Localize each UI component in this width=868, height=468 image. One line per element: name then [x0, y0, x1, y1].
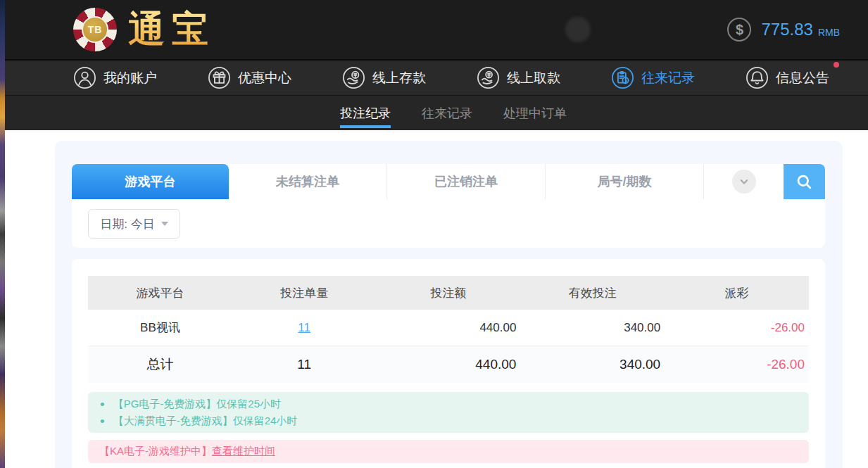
date-dropdown-label: 日期: 今日 — [100, 216, 154, 232]
background-image-sliver — [0, 0, 5, 468]
total-valid-bet: 340.00 — [520, 357, 665, 372]
user-account-area[interactable]: $ 775.83 RMB — [565, 17, 868, 42]
promo-notice-text: 【大满贯电子-免费游戏】仅保留24小时 — [113, 412, 298, 429]
promo-notice-text: 【PG电子-免费游戏】仅保留25小时 — [113, 396, 281, 412]
nav-label: 往来记录 — [641, 69, 695, 87]
table-total-row: 总计 11 440.00 340.00 -26.00 — [88, 346, 809, 383]
avatar — [565, 17, 591, 42]
nav-label: 我的账户 — [103, 69, 157, 87]
dollar-circle-icon: $ — [727, 18, 751, 42]
tab-transaction-records[interactable]: 往来记录 — [422, 96, 472, 130]
nav-label: 线上存款 — [372, 69, 426, 87]
nav-label: 信息公告 — [776, 69, 829, 87]
cell-payout: -26.00 — [665, 321, 809, 335]
col-header-bet-amount: 投注额 — [377, 285, 521, 301]
maintenance-notice-text: 【KA电子-游戏维护中】 — [99, 445, 212, 457]
chip-monogram: TB — [82, 16, 108, 43]
col-header-payout: 派彩 — [665, 285, 809, 301]
maintenance-notice-box: 【KA电子-游戏维护中】查看维护时间 — [88, 440, 809, 463]
secondary-navigation: 投注纪录 往来记录 处理中订单 — [0, 95, 868, 130]
bullet-icon: • — [100, 398, 105, 411]
nav-item-transaction-records[interactable]: 往来记录 — [611, 66, 695, 89]
brand-logo[interactable]: TB 通宝 — [73, 5, 215, 54]
filter-tab-game-platform[interactable]: 游戏平台 — [72, 164, 229, 199]
nav-item-announcements[interactable]: 信息公告 — [746, 66, 829, 89]
filter-more-toggle[interactable] — [704, 164, 784, 199]
total-bet-count: 11 — [232, 357, 377, 372]
col-header-platform: 游戏平台 — [88, 285, 232, 301]
nav-item-withdraw[interactable]: 线上取款 — [477, 66, 560, 89]
date-dropdown[interactable]: 日期: 今日 — [88, 209, 180, 239]
bet-summary-table: 游戏平台 投注单量 投注额 有效投注 派彩 BB视讯 11 440.00 340… — [88, 276, 809, 383]
bet-count-link[interactable]: 11 — [298, 321, 310, 334]
col-header-valid-bet: 有效投注 — [520, 285, 665, 301]
wallet-balance: 775.83 — [761, 20, 812, 39]
promo-notice-box: • 【PG电子-免费游戏】仅保留25小时 • 【大满贯电子-免费游戏】仅保留24… — [88, 392, 809, 433]
table-header-row: 游戏平台 投注单量 投注额 有效投注 派彩 — [88, 276, 809, 310]
cell-valid-bet: 340.00 — [520, 321, 665, 335]
withdraw-icon — [477, 66, 500, 89]
poker-chip-logo-icon: TB — [73, 8, 117, 51]
bullet-icon: • — [100, 415, 105, 428]
table-row: BB视讯 11 440.00 340.00 -26.00 — [88, 310, 809, 346]
tab-pending-orders[interactable]: 处理中订单 — [503, 96, 567, 130]
total-payout: -26.00 — [665, 357, 809, 372]
nav-item-promotions[interactable]: 优惠中心 — [208, 66, 291, 89]
brand-name: 通宝 — [128, 5, 215, 54]
records-icon — [611, 66, 634, 89]
gift-icon — [208, 66, 231, 89]
promo-notice-line: • 【大满贯电子-免费游戏】仅保留24小时 — [88, 412, 809, 429]
total-label: 总计 — [88, 355, 232, 374]
cell-platform: BB视讯 — [88, 320, 232, 336]
total-bet-amount: 440.00 — [377, 357, 521, 372]
nav-label: 优惠中心 — [238, 69, 291, 87]
nav-label: 线上取款 — [507, 69, 560, 87]
col-header-bet-count: 投注单量 — [232, 285, 377, 301]
search-icon — [795, 172, 814, 191]
username-redacted — [596, 21, 695, 38]
main-navigation: 我的账户 优惠中心 线上存款 线上取款 — [0, 59, 868, 95]
results-panel: 游戏平台 投注单量 投注额 有效投注 派彩 BB视讯 11 440.00 340… — [72, 259, 825, 468]
notification-badge-dot — [834, 62, 839, 68]
nav-item-my-account[interactable]: 我的账户 — [73, 66, 157, 89]
tab-bet-records[interactable]: 投注纪录 — [340, 96, 391, 130]
filter-tab-round-number[interactable]: 局号/期数 — [546, 164, 704, 199]
maintenance-time-link[interactable]: 查看维护时间 — [212, 445, 275, 457]
chevron-down-icon — [732, 170, 756, 194]
wallet-currency: RMB — [818, 27, 840, 38]
nav-item-deposit[interactable]: 线上存款 — [342, 66, 426, 89]
filter-tab-cancelled[interactable]: 已注销注单 — [387, 164, 546, 199]
content-card: 游戏平台 未结算注单 已注销注单 局号/期数 日期: 今日 游戏平台 投注单量 — [55, 141, 843, 468]
filter-tab-unsettled[interactable]: 未结算注单 — [229, 164, 387, 199]
search-button[interactable] — [784, 164, 825, 199]
filter-tab-bar: 游戏平台 未结算注单 已注销注单 局号/期数 — [72, 164, 825, 199]
caret-down-icon — [161, 222, 168, 226]
date-filter-panel: 日期: 今日 — [72, 199, 825, 248]
top-header: TB 通宝 $ 775.83 RMB — [0, 0, 868, 59]
promo-notice-line: • 【PG电子-免费游戏】仅保留25小时 — [88, 396, 809, 412]
cell-bet-amount: 440.00 — [377, 321, 521, 335]
bell-icon — [746, 66, 769, 89]
deposit-icon — [342, 66, 365, 89]
user-icon — [73, 66, 96, 89]
